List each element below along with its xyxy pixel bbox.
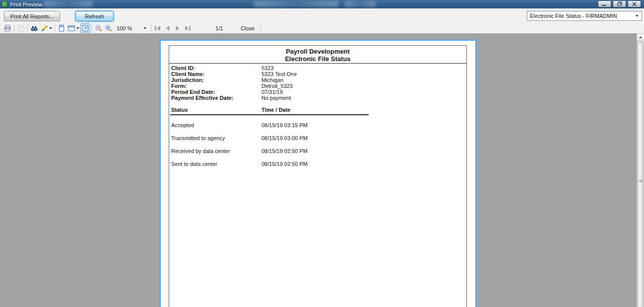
report-fields: Client ID:5323 Client Name:5323 Test One… bbox=[169, 64, 466, 101]
zoom-in-button[interactable] bbox=[104, 24, 114, 33]
page-indicator: 1/1 bbox=[209, 25, 229, 31]
report-page[interactable]: Payroll Development Electronic File Stat… bbox=[160, 40, 476, 307]
find-button[interactable] bbox=[29, 24, 39, 33]
field-label: Payment Effective Date: bbox=[171, 95, 261, 101]
last-page-button[interactable] bbox=[183, 24, 193, 33]
status-value: Received by data center bbox=[171, 148, 261, 154]
field-label: Client Name: bbox=[171, 71, 261, 77]
field-label: Jurisdiction: bbox=[171, 77, 261, 83]
highlighter-pen-icon bbox=[40, 24, 48, 32]
status-table-header: StatusTime / Date bbox=[169, 107, 466, 113]
vertical-scrollbar[interactable] bbox=[637, 34, 644, 307]
zoom-dropdown-caret[interactable] bbox=[143, 27, 146, 29]
actual-size-button[interactable] bbox=[57, 24, 66, 33]
copy-button bbox=[16, 24, 26, 33]
report-title-line1: Payroll Development bbox=[169, 48, 466, 55]
time-date-value: 08/15/19 03:00 PM bbox=[261, 135, 308, 141]
redacted-title-text bbox=[44, 1, 92, 7]
wide-page-icon bbox=[67, 24, 75, 32]
toolbar-separator bbox=[260, 24, 261, 32]
zoom-in-icon bbox=[105, 24, 113, 32]
restore-button[interactable] bbox=[613, 0, 626, 7]
scrollbar-thumb[interactable] bbox=[638, 42, 644, 307]
refresh-button[interactable]: Refresh bbox=[75, 11, 114, 21]
field-value: 07/31/19 bbox=[261, 89, 283, 95]
field-client-id: Client ID:5323 bbox=[171, 65, 466, 71]
next-page-button[interactable] bbox=[173, 24, 183, 33]
chevron-down-icon bbox=[636, 15, 639, 17]
redacted-title-text bbox=[345, 1, 376, 7]
table-header-rule bbox=[170, 114, 369, 115]
field-period-end-date: Period End Date:07/31/19 bbox=[171, 89, 466, 95]
report-selector-value: Electronic File Status - FIRMADMIN bbox=[527, 13, 634, 19]
window-title: Print Preview bbox=[10, 1, 42, 7]
fit-page-icon bbox=[81, 24, 89, 32]
fit-width-button[interactable] bbox=[66, 24, 80, 33]
preview-toolbar: 100 % 1/1 Close bbox=[0, 23, 644, 34]
redacted-title-text bbox=[254, 1, 338, 7]
command-bar: Print All Reports... Refresh Electronic … bbox=[0, 8, 644, 23]
first-page-button[interactable] bbox=[153, 24, 163, 33]
status-value: Transmitted to agency bbox=[171, 135, 261, 141]
field-payment-effective-date: Payment Effective Date:No payment bbox=[171, 95, 466, 101]
previous-page-button[interactable] bbox=[163, 24, 173, 33]
preview-workspace: Payroll Development Electronic File Stat… bbox=[0, 34, 644, 307]
single-page-icon bbox=[58, 24, 65, 32]
field-jurisdiction: Jurisdiction:Michigan bbox=[171, 77, 466, 83]
chevron-down-icon bbox=[49, 27, 52, 29]
first-page-icon bbox=[154, 25, 161, 31]
chevron-down-icon bbox=[76, 27, 79, 29]
status-value: Sent to data center bbox=[171, 161, 261, 167]
printer-icon bbox=[3, 24, 11, 32]
title-bar: Print Preview bbox=[0, 0, 644, 8]
minimize-button[interactable] bbox=[598, 0, 611, 7]
status-row: Transmitted to agency08/15/19 03:00 PM bbox=[169, 135, 466, 141]
binoculars-icon bbox=[30, 24, 38, 32]
app-icon bbox=[2, 1, 7, 7]
report-header: Payroll Development Electronic File Stat… bbox=[169, 46, 466, 64]
status-row: Sent to data center08/15/19 02:50 PM bbox=[169, 161, 466, 167]
export-button[interactable] bbox=[39, 24, 53, 33]
toolbar-separator bbox=[55, 24, 55, 32]
field-label: Period End Date: bbox=[171, 89, 261, 95]
close-window-button[interactable] bbox=[628, 0, 641, 7]
field-value: Detroit_5323 bbox=[261, 83, 293, 89]
scroll-up-button[interactable] bbox=[637, 34, 644, 41]
field-label: Client ID: bbox=[171, 65, 261, 71]
zoom-level-value[interactable]: 100 % bbox=[117, 25, 139, 31]
previous-page-icon bbox=[165, 25, 171, 31]
zoom-out-button[interactable] bbox=[94, 24, 104, 33]
close-preview-button[interactable]: Close bbox=[236, 24, 259, 32]
field-value: 5323 bbox=[261, 65, 273, 71]
time-date-value: 08/15/19 03:15 PM bbox=[261, 122, 308, 128]
zoom-out-icon bbox=[95, 24, 103, 32]
field-label: Form: bbox=[171, 83, 261, 89]
toolbar-separator bbox=[151, 24, 151, 32]
print-all-reports-button[interactable]: Print All Reports... bbox=[4, 11, 60, 21]
report-content: Payroll Development Electronic File Stat… bbox=[169, 45, 467, 307]
toolbar-separator bbox=[27, 24, 28, 32]
time-date-value: 08/15/19 02:50 PM bbox=[261, 148, 308, 154]
next-page-icon bbox=[175, 25, 181, 31]
field-value: No payment bbox=[261, 95, 291, 101]
status-column-header: Status bbox=[171, 107, 261, 113]
toolbar-separator bbox=[14, 24, 14, 32]
last-page-icon bbox=[184, 25, 191, 31]
window-controls bbox=[598, 0, 641, 7]
fit-page-button[interactable] bbox=[80, 23, 90, 33]
field-client-name: Client Name:5323 Test One bbox=[171, 71, 466, 77]
toolbar-separator bbox=[92, 24, 92, 32]
status-value: Accepted bbox=[171, 122, 261, 128]
thumb-grip bbox=[639, 181, 643, 181]
time-date-value: 08/15/19 02:50 PM bbox=[261, 161, 308, 167]
report-selector-dropdown[interactable]: Electronic File Status - FIRMADMIN bbox=[527, 11, 642, 21]
field-value: Michigan bbox=[261, 77, 283, 83]
status-row: Accepted08/15/19 03:15 PM bbox=[169, 122, 466, 128]
up-arrow-icon bbox=[639, 36, 642, 38]
print-button[interactable] bbox=[2, 24, 12, 33]
copy-pages-icon bbox=[17, 24, 25, 32]
field-value: 5323 Test One bbox=[261, 71, 297, 77]
thumb-grip bbox=[639, 182, 643, 182]
thumb-grip bbox=[639, 180, 643, 180]
field-form: Form:Detroit_5323 bbox=[171, 83, 466, 89]
